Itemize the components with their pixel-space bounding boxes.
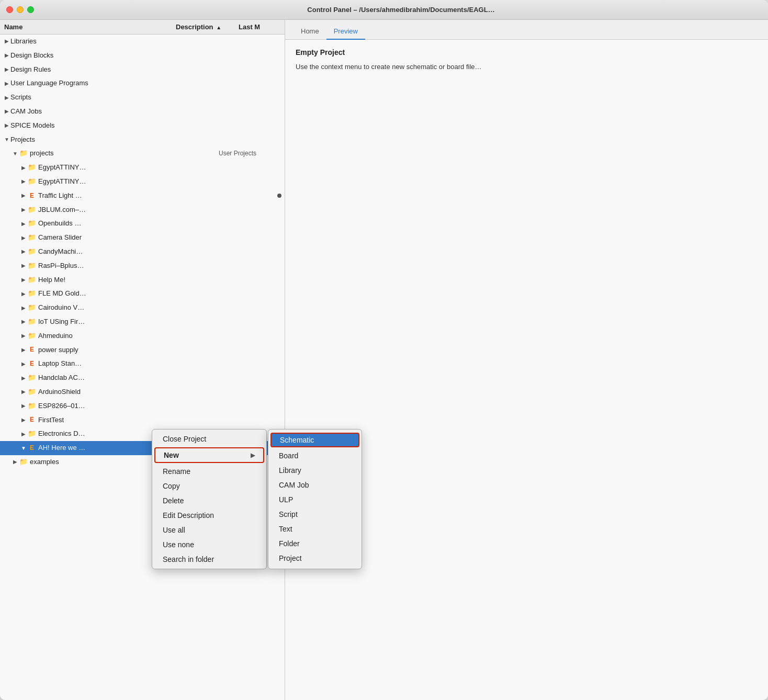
tree-item-iot-using-fir[interactable]: ▶ 📁 IoT USing Fir… bbox=[0, 315, 285, 329]
main-window: Control Panel – /Users/ahmedibrahim/Docu… bbox=[0, 0, 768, 700]
eagle-icon: E bbox=[27, 359, 37, 369]
tree-item-fle-md-gold[interactable]: ▶ 📁 FLE MD Gold… bbox=[0, 287, 285, 301]
col-description: Description ▲ bbox=[176, 23, 239, 31]
menu-item-new[interactable]: New ▶ bbox=[154, 447, 264, 463]
tree-item-cam-jobs[interactable]: ▶ CAM Jobs bbox=[0, 105, 285, 119]
folder-icon: 📁 bbox=[27, 162, 37, 173]
submenu-item-project[interactable]: Project bbox=[268, 551, 362, 566]
arrow-icon: ▶ bbox=[20, 346, 27, 354]
arrow-icon: ▶ bbox=[20, 177, 27, 186]
arrow-icon: ▶ bbox=[3, 51, 10, 60]
folder-icon: 📁 bbox=[27, 372, 37, 383]
menu-item-use-none[interactable]: Use none bbox=[152, 537, 266, 552]
menu-item-use-all[interactable]: Use all bbox=[152, 523, 266, 537]
tree-item-jblum[interactable]: ▶ 📁 JBLUM.com–… bbox=[0, 203, 285, 217]
submenu-item-text[interactable]: Text bbox=[268, 522, 362, 536]
col-name: Name bbox=[4, 23, 176, 31]
tree-item-scripts[interactable]: ▶ Scripts bbox=[0, 91, 285, 105]
menu-item-copy[interactable]: Copy bbox=[152, 479, 266, 493]
folder-icon: 📁 bbox=[27, 205, 37, 216]
submenu-item-folder[interactable]: Folder bbox=[268, 536, 362, 551]
submenu-item-board[interactable]: Board bbox=[268, 448, 362, 463]
tree-item-openbuilds[interactable]: ▶ 📁 Openbuilds … bbox=[0, 217, 285, 231]
tree-item-camera-slider[interactable]: ▶ 📁 Camera Slider bbox=[0, 231, 285, 245]
modified-indicator bbox=[277, 194, 281, 198]
title-bar: Control Panel – /Users/ahmedibrahim/Docu… bbox=[0, 0, 768, 20]
menu-item-rename[interactable]: Rename bbox=[152, 464, 266, 479]
col-last-modified: Last M bbox=[239, 23, 280, 31]
arrow-icon: ▼ bbox=[3, 136, 10, 144]
menu-item-delete[interactable]: Delete bbox=[152, 493, 266, 508]
submenu-item-library[interactable]: Library bbox=[268, 463, 362, 478]
main-content: Name Description ▲ Last M ▶ Libraries ▶ … bbox=[0, 20, 768, 700]
tree-item-user-language[interactable]: ▶ User Language Programs bbox=[0, 76, 285, 91]
folder-icon: 📁 bbox=[27, 302, 37, 313]
tree-item-esp8266[interactable]: ▶ 📁 ESP8266–01… bbox=[0, 399, 285, 413]
tree-item-design-rules[interactable]: ▶ Design Rules bbox=[0, 63, 285, 77]
arrow-icon: ▶ bbox=[3, 121, 10, 130]
arrow-icon: ▶ bbox=[3, 107, 10, 116]
folder-icon: 📁 bbox=[27, 401, 37, 412]
tree-item-ahmeduino[interactable]: ▶ 📁 Ahmeduino bbox=[0, 329, 285, 343]
tree-item-power-supply[interactable]: ▶ E power supply bbox=[0, 343, 285, 357]
menu-item-edit-description[interactable]: Edit Description bbox=[152, 508, 266, 523]
tree-header: Name Description ▲ Last M bbox=[0, 20, 285, 35]
arrow-icon: ▶ bbox=[3, 65, 10, 74]
arrow-icon: ▶ bbox=[20, 206, 27, 214]
tree-item-egypt-attiny-1[interactable]: ▶ 📁 EgyptATTINY… bbox=[0, 161, 285, 175]
close-button[interactable] bbox=[6, 6, 13, 13]
tree-item-handclab-ac[interactable]: ▶ 📁 Handclab AC… bbox=[0, 371, 285, 385]
folder-icon: 📁 bbox=[27, 317, 37, 328]
arrow-icon: ▶ bbox=[3, 94, 10, 102]
preview-title: Empty Project bbox=[296, 48, 758, 57]
tree-item-firsttest[interactable]: ▶ E FirstTest bbox=[0, 413, 285, 427]
menu-item-search-in-folder[interactable]: Search in folder bbox=[152, 552, 266, 567]
arrow-icon: ▶ bbox=[20, 234, 27, 242]
arrow-icon: ▶ bbox=[20, 388, 27, 396]
folder-icon: 📁 bbox=[19, 148, 28, 159]
arrow-icon: ▶ bbox=[20, 191, 27, 200]
tree-item-raspi-bplus[interactable]: ▶ 📁 RasPi–Bplus… bbox=[0, 259, 285, 273]
tree-item-candy-machi[interactable]: ▶ 📁 CandyMachi… bbox=[0, 245, 285, 259]
tab-preview[interactable]: Preview bbox=[326, 24, 365, 40]
arrow-icon: ▶ bbox=[20, 374, 27, 382]
folder-icon: 📁 bbox=[27, 176, 37, 187]
arrow-icon: ▶ bbox=[20, 290, 27, 298]
submenu-item-script[interactable]: Script bbox=[268, 507, 362, 522]
arrow-icon: ▶ bbox=[20, 304, 27, 312]
tab-home[interactable]: Home bbox=[293, 24, 326, 40]
submenu: Schematic Board Library CAM Job ULP Scri… bbox=[268, 429, 362, 569]
tree-item-spice-models[interactable]: ▶ SPICE Models bbox=[0, 119, 285, 133]
menu-item-close-project[interactable]: Close Project bbox=[152, 432, 266, 446]
traffic-lights bbox=[6, 6, 34, 13]
tree-item-projects[interactable]: ▼ Projects bbox=[0, 133, 285, 147]
left-panel: Name Description ▲ Last M ▶ Libraries ▶ … bbox=[0, 20, 285, 700]
tree-item-projects-folder[interactable]: ▼ 📁 projects User Projects bbox=[0, 146, 285, 161]
arrow-icon: ▼ bbox=[12, 150, 19, 158]
tree-item-cairoduino[interactable]: ▶ 📁 Cairoduino V… bbox=[0, 301, 285, 315]
folder-icon: 📁 bbox=[27, 232, 37, 243]
tree-item-help-me[interactable]: ▶ 📁 Help Me! bbox=[0, 273, 285, 287]
tree-item-laptop-stan[interactable]: ▶ E Laptop Stan… bbox=[0, 357, 285, 371]
tree-item-design-blocks[interactable]: ▶ Design Blocks bbox=[0, 49, 285, 63]
preview-content: Empty Project Use the context menu to cr… bbox=[285, 40, 768, 700]
submenu-item-ulp[interactable]: ULP bbox=[268, 492, 362, 507]
context-menu-container: Close Project New ▶ Rename Copy Delete E… bbox=[152, 429, 362, 569]
submenu-item-schematic[interactable]: Schematic bbox=[270, 433, 359, 447]
submenu-item-cam-job[interactable]: CAM Job bbox=[268, 478, 362, 492]
tree-item-arduinoshield[interactable]: ▶ 📁 ArduinoShield bbox=[0, 385, 285, 399]
tree-item-libraries[interactable]: ▶ Libraries bbox=[0, 35, 285, 49]
maximize-button[interactable] bbox=[27, 6, 34, 13]
window-title: Control Panel – /Users/ahmedibrahim/Docu… bbox=[40, 6, 762, 14]
arrow-icon: ▶ bbox=[20, 262, 27, 270]
folder-icon: 📁 bbox=[27, 288, 37, 299]
arrow-icon: ▶ bbox=[20, 276, 27, 284]
submenu-arrow-icon: ▶ bbox=[251, 452, 255, 459]
tree-item-traffic-light[interactable]: ▶ E Traffic Light … bbox=[0, 189, 285, 203]
eagle-icon: E bbox=[27, 191, 37, 201]
arrow-icon: ▶ bbox=[20, 318, 27, 326]
minimize-button[interactable] bbox=[17, 6, 24, 13]
tree-item-egypt-attiny-2[interactable]: ▶ 📁 EgyptATTINY… bbox=[0, 175, 285, 189]
preview-description: Use the context menu to create new schem… bbox=[296, 62, 758, 72]
eagle-icon: E bbox=[27, 443, 37, 453]
